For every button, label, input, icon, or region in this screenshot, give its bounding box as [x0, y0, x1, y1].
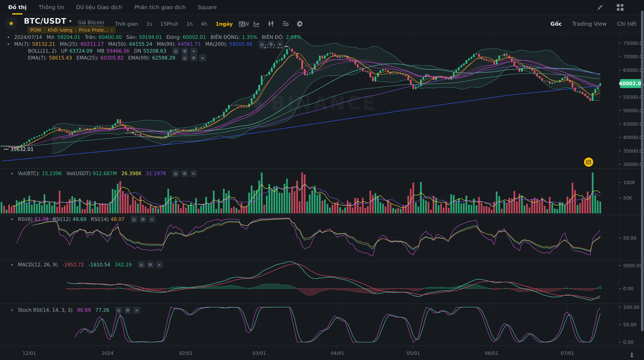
axis-tick-label: 100K — [623, 180, 635, 185]
volume-legend: ▾ Vol(BTC):15.239K Vol(USDT)912.687M 26.… — [11, 170, 197, 177]
close-icon[interactable]: × — [148, 216, 156, 223]
amplitude-value: 2.04% — [286, 34, 301, 40]
axis-tick-label: 07/01 — [561, 351, 574, 356]
tf-4h[interactable]: 4h — [201, 21, 207, 27]
close-icon[interactable]: × — [133, 307, 140, 314]
line-chart-icon[interactable] — [253, 20, 260, 27]
collapse-icon[interactable] — [597, 4, 603, 11]
axis-tick-label: 5000.00 — [623, 263, 642, 268]
axis-scale-icon[interactable]: ↨ — [629, 352, 634, 359]
mini-chart-icon — [586, 160, 591, 165]
last-price-badge: 60002.01 — [619, 79, 644, 88]
change-value: 1.35% — [242, 34, 257, 40]
tag-price-protection[interactable]: Price Prote... — [79, 27, 108, 33]
eye-icon[interactable]: ◎ — [115, 307, 122, 314]
axis-tick-label: 06/01 — [485, 351, 498, 356]
axis-tick-label: 12/01 — [22, 351, 36, 356]
indicators-icon[interactable] — [282, 20, 289, 27]
close-icon[interactable]: × — [190, 47, 197, 54]
tab-square[interactable]: Square — [198, 4, 217, 10]
collapse-caret[interactable]: ▾ — [8, 35, 9, 39]
interval-calendar-icon[interactable] — [238, 20, 245, 27]
view-original[interactable]: Gốc — [550, 21, 562, 27]
eye-icon[interactable]: ◎ — [181, 54, 188, 61]
bitcoin-price-link[interactable]: Giá Bitcoin — [78, 20, 104, 26]
pair-tags[interactable]: POW | Khối lượng | Price Prote... › — [27, 26, 116, 33]
gear-icon[interactable]: ⚙ — [181, 47, 188, 54]
collapse-caret[interactable]: ▾ — [11, 217, 13, 221]
timeframe-bar: Thời gian 1s 15Phút 1h 4h 1ngày 1W ▾ — [115, 15, 259, 33]
chart-toolbar — [238, 15, 304, 33]
tab-info[interactable]: Thông tin — [38, 4, 64, 10]
tf-1d[interactable]: 1ngày — [216, 21, 233, 27]
axis-tick-label: 04/01 — [331, 351, 344, 356]
axis-tick-label: 03/01 — [252, 351, 266, 356]
volume-bars — [1, 173, 601, 213]
ohlc-legend: ▾ 2024/07/14 Mở:59204.01 Trần:60400.00 S… — [8, 34, 306, 41]
low-value: 59194.01 — [139, 34, 162, 40]
close-icon[interactable]: × — [190, 170, 197, 177]
view-switcher: Gốc Trading View Chi tiết — [550, 15, 636, 33]
tab-trading-data[interactable]: Dữ liệu Giao dịch — [76, 4, 122, 10]
collapse-caret[interactable]: ▾ — [11, 308, 13, 312]
view-details[interactable]: Chi tiết — [617, 21, 636, 27]
gear-icon[interactable]: ⚙ — [267, 41, 274, 48]
favorite-button[interactable]: ★ — [6, 17, 17, 29]
pair-name: BTC/USDT — [24, 17, 66, 25]
axis-tick-label: 05/01 — [407, 351, 420, 356]
tf-1s[interactable]: 1s — [146, 21, 152, 27]
eye-icon[interactable]: ◎ — [138, 261, 145, 268]
candlestick-icon[interactable] — [267, 20, 274, 27]
gear-icon[interactable]: ⚙ — [190, 54, 197, 61]
gear-icon[interactable]: ⚙ — [140, 216, 146, 223]
view-tradingview[interactable]: Trading View — [572, 21, 606, 27]
svg-text:35632.01: 35632.01 — [10, 147, 34, 152]
tag-volume[interactable]: Khối lượng — [48, 27, 72, 33]
collapse-caret[interactable]: ▾ — [11, 171, 13, 176]
pair-selector[interactable]: BTC/USDT ▾ — [24, 17, 72, 25]
eye-icon[interactable]: ◎ — [172, 47, 179, 54]
tab-chart[interactable]: Đồ thị — [8, 4, 27, 10]
collapse-caret[interactable]: ▾ — [8, 42, 9, 46]
gear-icon[interactable]: ⚙ — [147, 261, 154, 268]
eye-icon[interactable]: ◎ — [172, 170, 179, 177]
gear-icon[interactable]: ⚙ — [124, 307, 131, 314]
close-icon[interactable]: × — [199, 54, 206, 61]
timeframe-label: Thời gian — [115, 21, 138, 27]
vertical-scrollbar[interactable] — [641, 10, 644, 331]
eye-icon[interactable]: ◎ — [130, 216, 138, 223]
widgets-icon[interactable] — [617, 4, 624, 11]
binance-watermark: ◆ BINANCE — [252, 92, 377, 114]
axis-tick-label: 100.00 — [623, 305, 639, 310]
eye-icon[interactable]: ◎ — [258, 41, 266, 48]
time-axis[interactable]: 12/01202402/0103/0104/0105/0106/0107/01 — [22, 346, 574, 356]
axis-tick-label: 50.00 — [623, 322, 636, 328]
chevron-down-icon: ▾ — [69, 19, 72, 23]
stochrsi-legend: ▾ Stoch RSI(14, 14, 3, 3) 90.69 77.26 ◎ … — [11, 307, 140, 314]
floating-chart-button[interactable] — [584, 158, 593, 167]
gear-icon[interactable]: ⚙ — [181, 170, 188, 177]
high-value: 60400.00 — [99, 34, 122, 40]
collapse-caret[interactable]: ▾ — [11, 262, 13, 267]
macd-histogram — [66, 284, 601, 295]
low-annotation: 35632.01 — [4, 147, 34, 152]
tf-1h[interactable]: 1h — [186, 21, 192, 27]
ohlc-date: 2024/07/14 — [14, 34, 42, 40]
binance-chart-app: Đồ thị Thông tin Dữ liệu Giao dịch Phân … — [0, 0, 644, 360]
top-nav: Đồ thị Thông tin Dữ liệu Giao dịch Phân … — [0, 0, 644, 15]
axis-tick-label: 02/01 — [179, 351, 192, 356]
binance-logo-icon: ◆ — [252, 94, 266, 112]
tag-pow[interactable]: POW — [30, 27, 41, 33]
tab-trade-analysis[interactable]: Phân tích giao dịch — [134, 4, 186, 10]
tf-15m[interactable]: 15Phút — [160, 21, 178, 27]
star-icon: ★ — [8, 19, 14, 27]
settings-gear-icon[interactable] — [296, 20, 304, 27]
rsi-legend: ▾ RSI(6)62.78 RSI(12)49.69 RSI(14)48.07 … — [11, 216, 156, 223]
close-icon[interactable]: × — [276, 41, 284, 48]
chevron-right-icon: › — [111, 27, 113, 33]
tag-divider: | — [44, 28, 45, 32]
close-value: 60002.01 — [183, 34, 206, 40]
open-value: 59204.01 — [57, 34, 80, 40]
ema-legend: EMA(7):58615.43 EMA(25):60305.82 EMA(99)… — [28, 54, 206, 61]
close-icon[interactable]: × — [156, 261, 163, 268]
